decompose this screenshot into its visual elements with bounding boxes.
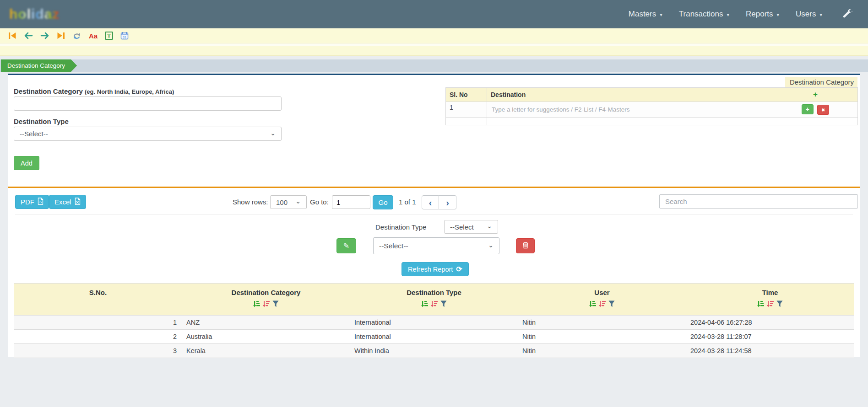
last-record-icon[interactable] bbox=[57, 32, 65, 39]
menu-transactions[interactable]: Transactions ▾ bbox=[679, 10, 729, 19]
category-input[interactable] bbox=[14, 96, 282, 111]
go-button[interactable]: Go bbox=[373, 195, 393, 209]
quick-entry-table: Destination Category Sl. No Destination … bbox=[445, 77, 857, 125]
delete-button[interactable] bbox=[516, 238, 535, 253]
row-sl-no: 1 bbox=[446, 102, 487, 118]
filter-type-select[interactable]: --Select ⌄ bbox=[444, 220, 498, 234]
refresh-icon: ⟳ bbox=[456, 265, 462, 273]
sort-asc-icon[interactable] bbox=[589, 300, 596, 307]
secondary-toolbar-strip bbox=[0, 46, 868, 56]
toolbar-divider bbox=[15, 214, 853, 214]
header-destination-type[interactable]: Destination Type bbox=[350, 284, 518, 316]
show-rows-select[interactable]: 100 ⌄ bbox=[270, 195, 307, 209]
caret-down-icon: ▾ bbox=[660, 12, 662, 18]
page-info: 1 of 1 bbox=[399, 198, 416, 206]
report-panel: PDF Excel Show rows: 100 ⌄ Go to: Go 1 o… bbox=[8, 188, 860, 357]
sort-desc-icon[interactable] bbox=[767, 300, 774, 307]
edit-button[interactable]: ✎ bbox=[336, 238, 356, 253]
caret-down-icon: ▾ bbox=[727, 12, 729, 18]
text-format-icon[interactable]: T bbox=[105, 32, 113, 40]
entry-panel: Destination Category (eg. North India, E… bbox=[8, 74, 860, 187]
caret-down-icon: ▾ bbox=[777, 12, 780, 18]
sort-asc-icon[interactable] bbox=[253, 300, 260, 307]
previous-page-button[interactable]: ‹ bbox=[422, 195, 439, 209]
menu-masters[interactable]: Masters ▾ bbox=[629, 10, 662, 19]
report-header-row: S.No. Destination Category Destination T… bbox=[14, 284, 854, 316]
quick-entry-title: Destination Category bbox=[785, 77, 857, 87]
menu-users[interactable]: Users ▾ bbox=[796, 10, 822, 19]
header-time[interactable]: Time bbox=[686, 284, 854, 316]
report-table: S.No. Destination Category Destination T… bbox=[14, 283, 854, 358]
chevron-down-icon: ⌄ bbox=[270, 129, 276, 137]
undo-refresh-icon[interactable] bbox=[72, 32, 81, 40]
category-hint: (eg. North India, Europe, Africa) bbox=[85, 88, 174, 95]
row-delete-button[interactable]: ✖ bbox=[817, 105, 829, 115]
goto-label: Go to: bbox=[310, 198, 329, 206]
table-row[interactable]: 2 Australia International Nitin 2024-03-… bbox=[14, 330, 854, 344]
destination-type-select[interactable]: --Select-- ⌄ bbox=[14, 127, 282, 141]
destination-type-label: Destination Type bbox=[14, 118, 69, 125]
next-record-icon[interactable] bbox=[40, 32, 49, 39]
suggestion-cell bbox=[487, 102, 773, 118]
goto-page-input[interactable] bbox=[332, 195, 370, 209]
filter-funnel-icon[interactable] bbox=[440, 300, 447, 307]
first-record-icon[interactable] bbox=[8, 32, 16, 39]
destination-suggestion-input[interactable] bbox=[487, 102, 773, 117]
tab-bar: Destination Category bbox=[0, 59, 868, 72]
tab-destination-category[interactable]: Destination Category bbox=[1, 59, 77, 72]
wrench-icon[interactable] bbox=[841, 9, 852, 20]
sort-desc-icon[interactable] bbox=[599, 300, 606, 307]
sort-asc-icon[interactable] bbox=[421, 300, 428, 307]
pdf-file-icon bbox=[38, 198, 43, 206]
pencil-icon: ✎ bbox=[343, 242, 349, 250]
filter-funnel-icon[interactable] bbox=[608, 300, 615, 307]
edit-record-select[interactable]: --Select-- ⌄ bbox=[373, 237, 499, 254]
calendar-icon[interactable]: 31 bbox=[120, 32, 129, 40]
category-label: Destination Category (eg. North India, E… bbox=[14, 87, 174, 95]
search-input[interactable] bbox=[659, 194, 858, 209]
font-size-icon[interactable]: Aa bbox=[89, 32, 98, 40]
filter-funnel-icon[interactable] bbox=[776, 300, 783, 307]
app-logo[interactable]: holidaz bbox=[9, 6, 60, 22]
chevron-right-icon: › bbox=[446, 198, 449, 207]
chevron-down-icon: ⌄ bbox=[295, 198, 301, 205]
excel-export-button[interactable]: Excel bbox=[49, 195, 86, 209]
next-page-button[interactable]: › bbox=[439, 195, 456, 209]
table-row[interactable]: 1 ANZ International Nitin 2024-04-06 16:… bbox=[14, 316, 854, 330]
filter-funnel-icon[interactable] bbox=[272, 300, 279, 307]
row-actions: + ✖ bbox=[773, 102, 858, 118]
row-add-button[interactable]: + bbox=[802, 104, 814, 114]
chevron-down-icon: ⌄ bbox=[488, 241, 494, 249]
pdf-export-button[interactable]: PDF bbox=[15, 195, 49, 209]
header-user[interactable]: User bbox=[518, 284, 686, 316]
add-row-icon[interactable]: + bbox=[773, 88, 858, 102]
top-navbar: holidaz Masters ▾ Transactions ▾ Reports… bbox=[0, 0, 868, 28]
pager: ‹ › bbox=[422, 195, 456, 209]
nav-menus: Masters ▾ Transactions ▾ Reports ▾ Users… bbox=[629, 9, 852, 20]
menu-reports[interactable]: Reports ▾ bbox=[746, 10, 779, 19]
header-destination-category[interactable]: Destination Category bbox=[182, 284, 350, 316]
quick-entry-row: 1 + ✖ bbox=[446, 102, 858, 118]
table-row[interactable]: 3 Kerala Within India Nitin 2024-03-28 1… bbox=[14, 344, 854, 358]
add-button[interactable]: Add bbox=[14, 156, 39, 170]
sort-desc-icon[interactable] bbox=[263, 300, 270, 307]
sort-asc-icon[interactable] bbox=[757, 300, 764, 307]
caret-down-icon: ▾ bbox=[819, 12, 822, 18]
chevron-left-icon: ‹ bbox=[429, 198, 432, 207]
excel-file-icon bbox=[75, 198, 81, 206]
filter-type-label: Destination Type bbox=[375, 223, 426, 231]
show-rows-label: Show rows: bbox=[233, 198, 268, 206]
svg-text:31: 31 bbox=[123, 36, 126, 39]
quick-entry-header-row: Sl. No Destination + bbox=[446, 88, 858, 102]
previous-record-icon[interactable] bbox=[24, 32, 33, 39]
quick-entry-empty-row bbox=[446, 118, 858, 125]
chevron-down-icon: ⌄ bbox=[487, 222, 492, 230]
col-destination: Destination bbox=[487, 88, 773, 102]
sort-desc-icon[interactable] bbox=[431, 300, 438, 307]
col-sl-no: Sl. No bbox=[446, 88, 487, 102]
record-navigation-toolbar: Aa T 31 bbox=[0, 28, 868, 43]
refresh-report-button[interactable]: Refresh Report ⟳ bbox=[401, 262, 469, 276]
trash-icon bbox=[522, 241, 529, 250]
header-sno[interactable]: S.No. bbox=[14, 284, 182, 316]
